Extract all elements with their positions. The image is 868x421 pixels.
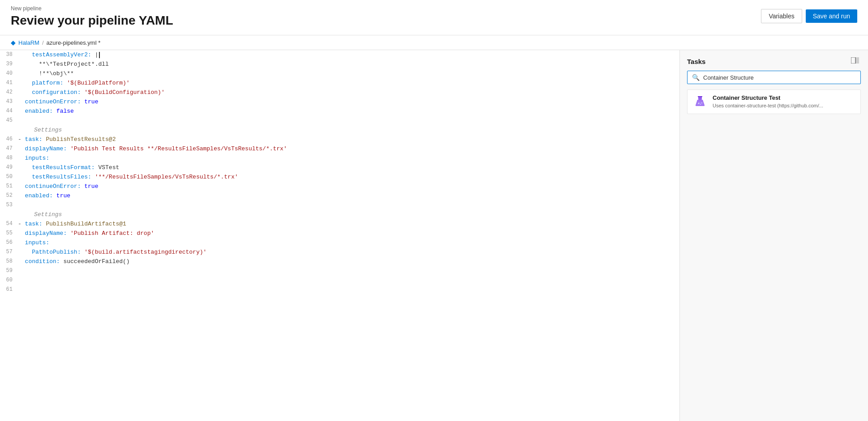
code-line: 43 continueOnError: true <box>0 97 679 106</box>
code-line: 54- task: PublishBuildArtifacts@1 <box>0 219 679 229</box>
svg-rect-1 <box>855 57 859 64</box>
tasks-title: Tasks <box>687 58 705 65</box>
svg-point-6 <box>700 104 701 105</box>
code-line: 39 **\*TestProject*.dll <box>0 60 679 69</box>
code-line: 61 <box>0 285 679 294</box>
search-icon: 🔍 <box>692 74 700 81</box>
code-line: 50 testResultsFiles: '**/ResultsFileSamp… <box>0 172 679 182</box>
code-line: 45 <box>0 116 679 125</box>
breadcrumb-separator: / <box>42 39 44 46</box>
code-line: 55 displayName: 'Publish Artifact: drop' <box>0 229 679 238</box>
breadcrumb-file: azure-pipelines.yml * <box>47 39 101 46</box>
breadcrumb-icon: ◆ <box>11 39 16 46</box>
yaml-editor[interactable]: 38 testAssemblyVer2: |39 **\*TestProject… <box>0 50 680 421</box>
task-search-box[interactable]: 🔍 <box>687 71 861 84</box>
page-title: Review your pipeline YAML <box>11 13 857 28</box>
container-structure-test-result[interactable]: Container Structure Test Uses container-… <box>687 89 861 114</box>
code-line: 46- task: PublishTestResults@2 <box>0 135 679 144</box>
code-line: 51 continueOnError: true <box>0 182 679 191</box>
save-and-run-button[interactable]: Save and run <box>806 9 857 23</box>
code-line: 42 configuration: '$(BuildConfiguration)… <box>0 88 679 97</box>
new-pipeline-label: New pipeline <box>11 5 857 12</box>
task-icon <box>693 94 707 109</box>
task-name: Container Structure Test <box>713 94 855 101</box>
task-search-input[interactable] <box>703 74 856 81</box>
svg-point-5 <box>698 103 700 104</box>
code-line: 57 PathtoPublish: '$(build.artifactstagi… <box>0 247 679 257</box>
code-line: Settings <box>0 210 679 219</box>
code-line: 48 inputs: <box>0 153 679 163</box>
code-line: 56 inputs: <box>0 238 679 247</box>
breadcrumb: ◆ HalaRM / azure-pipelines.yml * <box>0 35 868 50</box>
code-line: 44 enabled: false <box>0 106 679 116</box>
code-line: 58 condition: succeededOrFailed() <box>0 257 679 266</box>
code-line: 49 testResultsFormat: VSTest <box>0 163 679 172</box>
code-line: Settings <box>0 125 679 135</box>
tasks-panel: Tasks 🔍 <box>680 50 868 421</box>
code-line: 53 <box>0 200 679 210</box>
code-line: 59 <box>0 266 679 276</box>
task-description: Uses container-structure-test (https://g… <box>713 102 855 109</box>
code-line: 52 enabled: true <box>0 191 679 200</box>
code-line: 60 <box>0 276 679 285</box>
collapse-panel-button[interactable] <box>849 56 861 66</box>
code-line: 40 !**\obj\** <box>0 69 679 78</box>
task-info: Container Structure Test Uses container-… <box>713 94 855 109</box>
code-line: 47 displayName: 'Publish Test Results **… <box>0 144 679 153</box>
variables-button[interactable]: Variables <box>761 9 802 23</box>
breadcrumb-repo[interactable]: HalaRM <box>18 39 39 46</box>
svg-rect-4 <box>698 96 702 97</box>
svg-point-7 <box>701 102 702 103</box>
code-line: 41 platform: '$(BuildPlatform)' <box>0 78 679 88</box>
code-line: 38 testAssemblyVer2: | <box>0 50 679 60</box>
